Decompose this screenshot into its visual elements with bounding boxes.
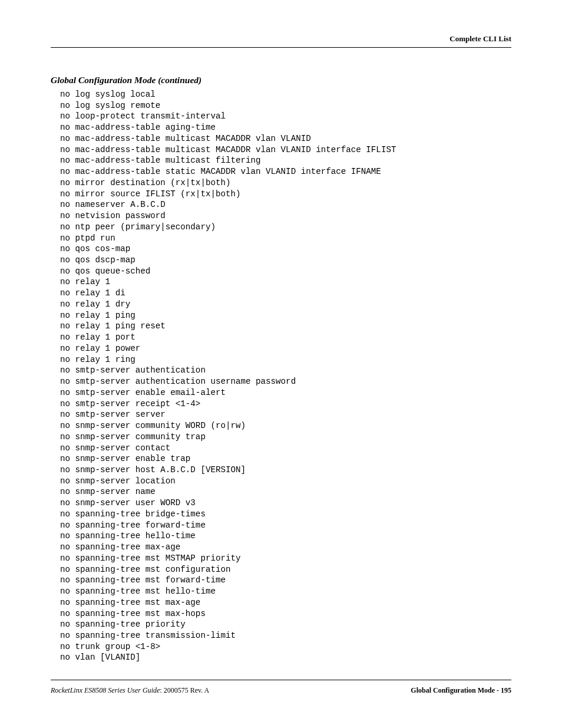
cli-command-list: no log syslog local no log syslog remote…	[51, 89, 511, 663]
footer-guide-name: RocketLinx ES8508 Series User Guide	[51, 686, 160, 694]
header-right-title: Complete CLI List	[51, 34, 511, 47]
section-title: Global Configuration Mode (continued)	[51, 75, 511, 85]
footer-rule	[51, 680, 511, 680]
header-rule	[51, 47, 511, 48]
footer-left: RocketLinx ES8508 Series User Guide: 200…	[51, 686, 209, 695]
footer-right: Global Configuration Mode - 195	[411, 686, 511, 695]
footer-rev: : 2000575 Rev. A	[160, 686, 209, 694]
